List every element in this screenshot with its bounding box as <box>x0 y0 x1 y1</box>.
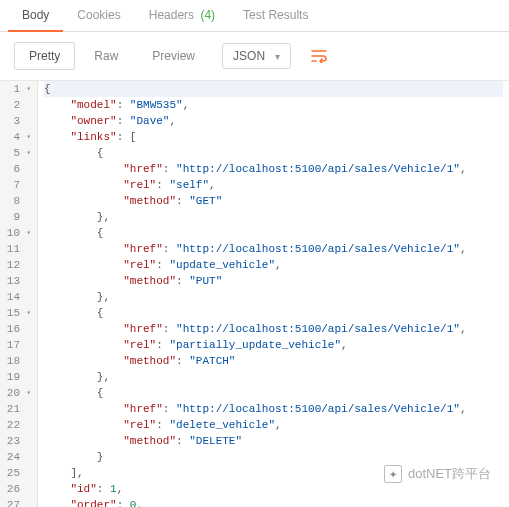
tab-body[interactable]: Body <box>8 0 63 32</box>
format-value: JSON <box>233 49 265 63</box>
code-line: "method": "PUT" <box>44 273 503 289</box>
line-number: 7 <box>2 177 31 193</box>
headers-count: (4) <box>200 8 215 22</box>
fold-toggle-icon[interactable]: ▾ <box>23 145 31 161</box>
line-number: 20▾ <box>2 385 31 401</box>
view-preview-button[interactable]: Preview <box>137 42 210 70</box>
code-line: { <box>44 385 503 401</box>
fold-toggle-icon[interactable]: ▾ <box>23 225 31 241</box>
code-line: "owner": "Dave", <box>44 113 503 129</box>
code-line: { <box>44 145 503 161</box>
code-line: { <box>44 305 503 321</box>
line-number: 10▾ <box>2 225 31 241</box>
code-line: "method": "PATCH" <box>44 353 503 369</box>
line-number: 12 <box>2 257 31 273</box>
code-line: "links": [ <box>44 129 503 145</box>
line-number: 15▾ <box>2 305 31 321</box>
format-dropdown[interactable]: JSON ▾ <box>222 43 291 69</box>
watermark: ✦ dotNET跨平台 <box>384 465 491 483</box>
fold-toggle-icon[interactable]: ▾ <box>23 385 31 401</box>
line-number: 5▾ <box>2 145 31 161</box>
line-number: 23 <box>2 433 31 449</box>
code-line: "href": "http://localhost:5100/api/sales… <box>44 241 503 257</box>
line-number: 16 <box>2 321 31 337</box>
tab-headers-label: Headers <box>149 8 194 22</box>
line-number: 2 <box>2 97 31 113</box>
watermark-text: dotNET跨平台 <box>408 465 491 483</box>
line-gutter: 1▾234▾5▾678910▾1112131415▾1617181920▾212… <box>0 81 38 507</box>
code-line: { <box>44 225 503 241</box>
code-line: "rel": "self", <box>44 177 503 193</box>
code-line: "method": "GET" <box>44 193 503 209</box>
code-line: { <box>44 81 503 97</box>
line-number: 8 <box>2 193 31 209</box>
line-number: 22 <box>2 417 31 433</box>
view-pretty-button[interactable]: Pretty <box>14 42 75 70</box>
code-content[interactable]: { "model": "BMW535", "owner": "Dave", "l… <box>38 81 509 507</box>
code-line: "id": 1, <box>44 481 503 497</box>
line-number: 17 <box>2 337 31 353</box>
line-number: 1▾ <box>2 81 31 97</box>
line-number: 4▾ <box>2 129 31 145</box>
code-line: "method": "DELETE" <box>44 433 503 449</box>
response-tabs: Body Cookies Headers (4) Test Results <box>0 0 509 32</box>
code-line: }, <box>44 209 503 225</box>
line-number: 27 <box>2 497 31 507</box>
code-line: "href": "http://localhost:5100/api/sales… <box>44 401 503 417</box>
line-number: 6 <box>2 161 31 177</box>
fold-toggle-icon[interactable]: ▾ <box>23 129 31 145</box>
line-number: 9 <box>2 209 31 225</box>
code-line: } <box>44 449 503 465</box>
code-viewer: 1▾234▾5▾678910▾1112131415▾1617181920▾212… <box>0 80 509 507</box>
line-number: 21 <box>2 401 31 417</box>
wrap-icon <box>311 49 327 63</box>
tab-headers[interactable]: Headers (4) <box>135 0 229 32</box>
chevron-down-icon: ▾ <box>275 51 280 62</box>
code-line: }, <box>44 289 503 305</box>
tab-test-results[interactable]: Test Results <box>229 0 322 32</box>
code-line: "rel": "update_vehicle", <box>44 257 503 273</box>
line-number: 24 <box>2 449 31 465</box>
code-line: "order": 0, <box>44 497 503 507</box>
wechat-icon: ✦ <box>384 465 402 483</box>
tab-cookies[interactable]: Cookies <box>63 0 134 32</box>
line-number: 26 <box>2 481 31 497</box>
fold-toggle-icon[interactable]: ▾ <box>23 305 31 321</box>
line-number: 13 <box>2 273 31 289</box>
code-line: }, <box>44 369 503 385</box>
wrap-lines-button[interactable] <box>305 43 333 69</box>
line-number: 25 <box>2 465 31 481</box>
line-number: 18 <box>2 353 31 369</box>
code-line: "href": "http://localhost:5100/api/sales… <box>44 161 503 177</box>
body-toolbar: Pretty Raw Preview JSON ▾ <box>0 32 509 80</box>
line-number: 3 <box>2 113 31 129</box>
code-line: "rel": "partially_update_vehicle", <box>44 337 503 353</box>
line-number: 14 <box>2 289 31 305</box>
code-line: "rel": "delete_vehicle", <box>44 417 503 433</box>
code-line: "href": "http://localhost:5100/api/sales… <box>44 321 503 337</box>
line-number: 19 <box>2 369 31 385</box>
line-number: 11 <box>2 241 31 257</box>
fold-toggle-icon[interactable]: ▾ <box>23 81 31 97</box>
view-raw-button[interactable]: Raw <box>79 42 133 70</box>
code-line: "model": "BMW535", <box>44 97 503 113</box>
